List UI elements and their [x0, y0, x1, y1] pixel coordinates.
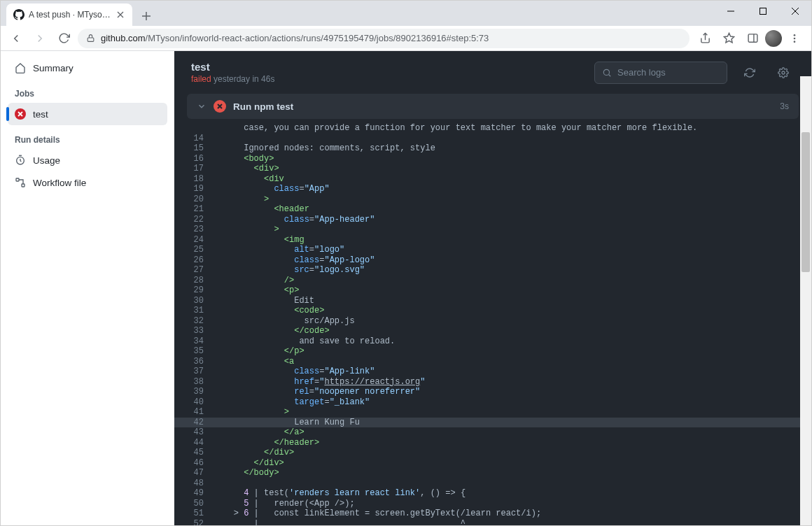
line-number: 50 — [174, 499, 214, 509]
line-number: 39 — [174, 387, 214, 397]
line-number: 28 — [174, 276, 214, 286]
log-line[interactable]: 30 Edit — [174, 296, 811, 306]
line-content: > — [214, 194, 269, 205]
window-close-button[interactable] — [779, 1, 811, 22]
log-line[interactable]: 25 alt="logo" — [174, 245, 811, 255]
log-line[interactable]: 33 </code> — [174, 326, 811, 336]
line-content: > 6 | const linkElement = screen.getByTe… — [214, 509, 541, 519]
line-number: 46 — [174, 458, 214, 469]
log-line[interactable]: 21 <header — [174, 204, 811, 215]
line-number: 38 — [174, 377, 214, 388]
line-number: 51 — [174, 509, 214, 519]
url-input[interactable]: github.com/MTyson/infoworld-react-action… — [78, 29, 690, 48]
log-line[interactable]: 17 <div> — [174, 164, 811, 174]
line-content: 4 | test('renders learn react link', () … — [214, 488, 465, 499]
sidebar-usage[interactable]: Usage — [8, 149, 167, 171]
log-line[interactable]: case, you can provide a function for you… — [174, 123, 811, 134]
log-line[interactable]: 51 > 6 | const linkElement = screen.getB… — [174, 509, 811, 519]
log-line[interactable]: 52 | ^ — [174, 519, 811, 526]
profile-avatar[interactable] — [765, 30, 782, 47]
panel-button[interactable] — [741, 29, 764, 48]
line-content: class="App-link" — [214, 367, 374, 377]
log-line[interactable]: 43 </a> — [174, 427, 811, 438]
log-line[interactable]: 41 > — [174, 407, 811, 418]
log-line[interactable]: 15 Ignored nodes: comments, script, styl… — [174, 143, 811, 154]
log-step-header[interactable]: Run npm test 3s — [187, 94, 799, 119]
log-line[interactable]: 47 </body> — [174, 468, 811, 478]
step-title: Run npm test — [233, 101, 773, 112]
window-minimize-button[interactable] — [715, 1, 747, 22]
line-content: and save to reload. — [214, 336, 395, 347]
log-line[interactable]: 40 target="_blank" — [174, 397, 811, 408]
log-line[interactable]: 34 and save to reload. — [174, 336, 811, 347]
log-line[interactable]: 50 5 | render(<App />); — [174, 499, 811, 509]
reload-button[interactable] — [54, 29, 74, 48]
browser-tab[interactable]: A test push · MTyson/infoworld-… — [6, 3, 132, 26]
log-line[interactable]: 23 > — [174, 225, 811, 235]
log-line[interactable]: 36 <a — [174, 357, 811, 367]
line-number: 26 — [174, 255, 214, 266]
line-number: 22 — [174, 215, 214, 225]
line-content: case, you can provide a function for you… — [214, 123, 697, 134]
log-line[interactable]: 16 <body> — [174, 154, 811, 164]
sidebar-run-details-heading: Run details — [8, 125, 167, 149]
line-number: 52 — [174, 519, 214, 526]
line-number: 43 — [174, 427, 214, 438]
scrollbar[interactable] — [800, 76, 811, 525]
log-body[interactable]: case, you can provide a function for you… — [174, 123, 811, 525]
line-content: </body> — [214, 468, 279, 478]
log-line[interactable]: 22 class="App-header" — [174, 215, 811, 225]
line-number: 14 — [174, 134, 214, 144]
log-line[interactable]: 32 src/App.js — [174, 316, 811, 327]
line-number: 18 — [174, 174, 214, 185]
forward-button[interactable] — [30, 29, 50, 48]
line-number: 24 — [174, 235, 214, 246]
share-button[interactable] — [694, 29, 716, 48]
log-line[interactable]: 18 <div — [174, 174, 811, 185]
log-line[interactable]: 44 </header> — [174, 438, 811, 448]
line-content: > — [214, 225, 279, 235]
line-content: <header — [214, 204, 309, 215]
line-number: 40 — [174, 397, 214, 408]
log-line[interactable]: 48 — [174, 478, 811, 489]
line-number: 48 — [174, 478, 214, 489]
line-number: 49 — [174, 488, 214, 499]
window-maximize-button[interactable] — [747, 1, 779, 22]
log-line[interactable]: 24 <img — [174, 235, 811, 246]
log-line[interactable]: 14 — [174, 134, 811, 144]
sidebar-job-test[interactable]: test — [8, 103, 167, 125]
log-line[interactable]: 46 </div> — [174, 458, 811, 469]
search-placeholder: Search logs — [617, 67, 666, 78]
svg-marker-2 — [724, 33, 734, 42]
log-line[interactable]: 38 href="https://reactjs.org" — [174, 377, 811, 388]
log-line[interactable]: 19 class="App" — [174, 184, 811, 194]
log-line[interactable]: 35 </p> — [174, 346, 811, 357]
line-content: target="_blank" — [214, 397, 370, 408]
back-button[interactable] — [6, 29, 26, 48]
workflow-icon — [15, 177, 26, 188]
line-number: 25 — [174, 245, 214, 255]
rerun-button[interactable] — [738, 62, 761, 84]
browser-tab-title: A test push · MTyson/infoworld-… — [29, 10, 111, 20]
github-favicon-icon — [13, 9, 24, 20]
log-line[interactable]: 27 src="logo.svg" — [174, 265, 811, 276]
log-line[interactable]: 31 <code> — [174, 306, 811, 316]
log-line[interactable]: 37 class="App-link" — [174, 367, 811, 377]
log-line[interactable]: 28 /> — [174, 276, 811, 286]
log-line[interactable]: 49 4 | test('renders learn react link', … — [174, 488, 811, 499]
log-line[interactable]: 39 rel="noopener noreferrer" — [174, 387, 811, 397]
log-line[interactable]: 42 Learn Kung Fu — [174, 418, 811, 428]
close-tab-icon[interactable] — [115, 10, 125, 20]
browser-menu-button[interactable] — [783, 29, 806, 48]
bookmark-button[interactable] — [718, 29, 740, 48]
sidebar-workflow-file[interactable]: Workflow file — [8, 171, 167, 194]
log-line[interactable]: 20 > — [174, 194, 811, 205]
log-line[interactable]: 26 class="App-logo" — [174, 255, 811, 266]
sidebar-summary[interactable]: Summary — [8, 57, 167, 79]
scrollbar-thumb[interactable] — [802, 132, 810, 272]
new-tab-button[interactable] — [136, 6, 156, 26]
log-line[interactable]: 45 </div> — [174, 448, 811, 458]
settings-button[interactable] — [772, 62, 794, 84]
log-line[interactable]: 29 <p> — [174, 285, 811, 296]
search-logs-input[interactable]: Search logs — [594, 62, 727, 84]
